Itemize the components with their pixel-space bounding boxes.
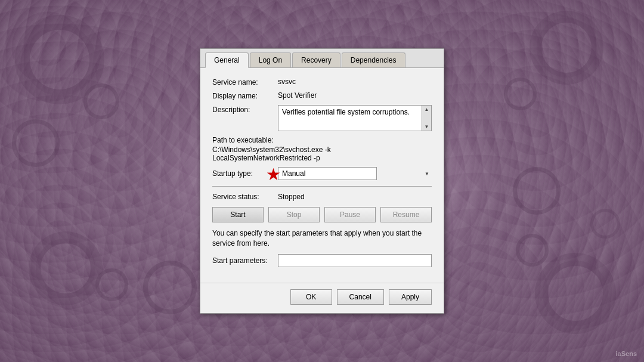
description-box: Verifies potential file system corruptio… bbox=[278, 105, 432, 131]
service-name-row: Service name: svsvc bbox=[212, 78, 432, 86]
dialog-footer: OK Cancel Apply bbox=[200, 283, 444, 313]
divider-1 bbox=[212, 186, 432, 187]
scroll-up-icon[interactable]: ▲ bbox=[423, 106, 431, 113]
select-arrow-icon: ▼ bbox=[425, 171, 429, 176]
service-status-label: Service status: bbox=[212, 193, 278, 201]
description-row: Description: Verifies potential file sys… bbox=[212, 105, 432, 131]
path-label: Path to executable: bbox=[212, 136, 432, 144]
ok-button[interactable]: OK bbox=[290, 289, 332, 305]
service-name-label: Service name: bbox=[212, 78, 278, 86]
startup-type-label: Startup type: bbox=[212, 169, 278, 178]
resume-button[interactable]: Resume bbox=[380, 207, 432, 222]
start-params-row: Start parameters: bbox=[212, 254, 432, 267]
display-name-value: Spot Verifier bbox=[278, 91, 432, 100]
path-section: Path to executable: C:\Windows\system32\… bbox=[212, 136, 432, 162]
stop-button[interactable]: Stop bbox=[268, 207, 320, 222]
cancel-button[interactable]: Cancel bbox=[337, 289, 384, 305]
tab-recovery[interactable]: Recovery bbox=[292, 52, 340, 67]
dialog-overlay: General Log On Recovery Dependencies Ser… bbox=[0, 0, 644, 362]
pause-button[interactable]: Pause bbox=[324, 207, 376, 222]
start-params-input[interactable] bbox=[278, 254, 432, 267]
display-name-row: Display name: Spot Verifier bbox=[212, 91, 432, 100]
service-control-buttons: Start Stop Pause Resume bbox=[212, 207, 432, 222]
dialog-content: Service name: svsvc Display name: Spot V… bbox=[200, 68, 444, 283]
apply-button[interactable]: Apply bbox=[389, 289, 432, 305]
info-text: You can specify the start parameters tha… bbox=[212, 228, 432, 249]
service-name-value: svsvc bbox=[278, 78, 432, 86]
tab-bar: General Log On Recovery Dependencies bbox=[200, 49, 444, 68]
startup-type-row: Startup type: Automatic Automatic (Delay… bbox=[212, 167, 432, 180]
description-text: Verifies potential file system corruptio… bbox=[282, 108, 422, 116]
tab-logon[interactable]: Log On bbox=[250, 52, 291, 67]
start-params-label: Start parameters: bbox=[212, 256, 278, 265]
description-scrollbar[interactable]: ▲ ▼ bbox=[422, 106, 431, 131]
watermark: iaSens bbox=[616, 350, 637, 357]
path-value: C:\Windows\system32\svchost.exe -k Local… bbox=[212, 146, 432, 162]
tab-general[interactable]: General bbox=[205, 52, 249, 68]
display-name-label: Display name: bbox=[212, 91, 278, 100]
service-status-row: Service status: Stopped bbox=[212, 193, 432, 201]
startup-type-select[interactable]: Automatic Automatic (Delayed Start) Manu… bbox=[278, 167, 377, 180]
service-status-value: Stopped bbox=[278, 193, 305, 201]
start-button[interactable]: Start bbox=[212, 207, 264, 222]
dialog-window: General Log On Recovery Dependencies Ser… bbox=[200, 48, 444, 314]
tab-dependencies[interactable]: Dependencies bbox=[342, 52, 405, 67]
scroll-down-icon[interactable]: ▼ bbox=[423, 123, 431, 131]
description-label: Description: bbox=[212, 105, 278, 114]
startup-type-wrapper: Automatic Automatic (Delayed Start) Manu… bbox=[278, 167, 432, 180]
